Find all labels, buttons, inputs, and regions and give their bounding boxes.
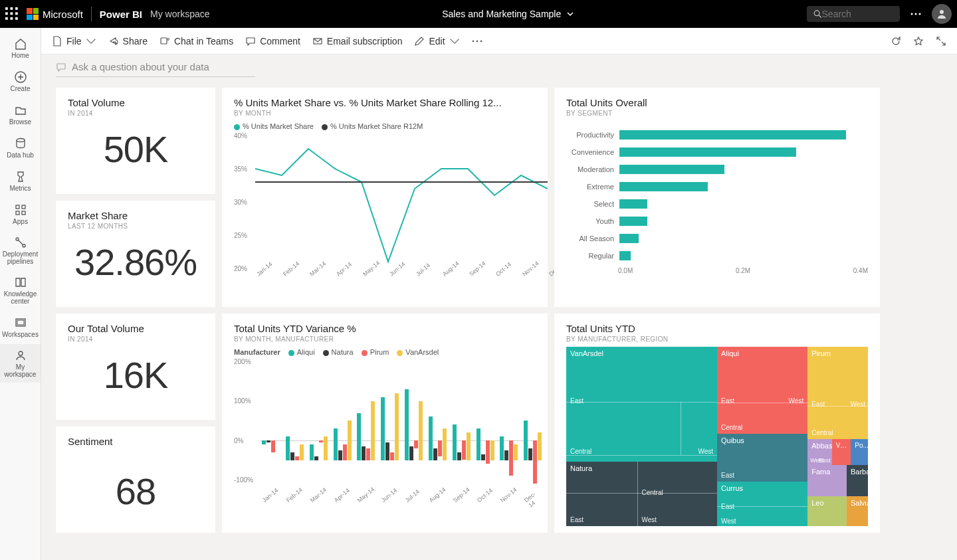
treemap-pomum[interactable]: Po... [851,439,868,465]
svg-point-21 [16,238,19,240]
treemap-natura[interactable]: Natura East Central West [566,462,717,526]
tile-total-volume[interactable]: Total Volume IN 2014 50K [56,88,215,194]
more-options-icon[interactable] [906,5,925,23]
kpi-value: 68 [68,470,203,513]
svg-rect-19 [16,211,19,215]
cmd-share[interactable]: Share [108,36,148,47]
nav-datahub[interactable]: Data hub [0,132,41,163]
svg-rect-3 [5,13,8,15]
qna-placeholder: Ask a question about your data [72,61,209,72]
svg-point-29 [472,40,474,42]
nav-browse[interactable]: Browse [0,98,41,130]
svg-point-16 [17,138,25,141]
cmd-file[interactable]: File [52,36,96,47]
qna-input[interactable]: Ask a question about your data [56,61,255,77]
nav-metrics[interactable]: Metrics [0,165,41,197]
treemap-quibus[interactable]: Quibus East [717,434,807,482]
svg-line-10 [819,15,821,18]
chevron-down-icon [86,36,96,47]
cmd-chat-teams[interactable]: Chat in Teams [160,36,233,47]
treemap-salvus[interactable]: Salvus [847,496,868,526]
nav-create[interactable]: Create [0,65,41,97]
tile-title: % Units Market Share vs. % Units Market … [234,97,536,108]
treemap-vanarsdel[interactable]: VanArsdel East Central West [566,347,717,462]
search-box[interactable] [807,6,900,22]
tile-title: Total Units Overall [566,97,868,108]
treemap-barba[interactable]: Barba [847,465,868,496]
treemap-victoria[interactable]: Vict... [832,439,851,465]
tile-units-by-segment[interactable]: Total Units Overall BY SEGMENT Productiv… [554,88,880,307]
cmd-edit[interactable]: Edit [414,36,459,47]
star-icon [913,36,924,47]
svg-point-9 [814,11,819,16]
line-chart: 20%25%30%35%40%Jan-14Feb-14Mar-14Apr-14M… [234,136,536,288]
treemap-pirum[interactable]: Pirum East West Central [807,347,868,439]
tile-title: Total Units YTD [566,323,868,334]
cmd-more[interactable] [472,36,482,47]
app-launcher-icon[interactable] [5,7,19,21]
svg-point-14 [940,10,944,14]
kpi-value: 16K [68,353,203,397]
tile-ytd-treemap[interactable]: Total Units YTD BY MANUFACTURER, REGION … [554,314,880,533]
cmd-email-subscription[interactable]: Email subscription [312,36,403,47]
nav-my-workspace[interactable]: My workspace [0,344,41,383]
qna-region: Ask a question about your data [41,54,957,80]
cmd-favorite[interactable] [913,36,924,47]
share-icon [108,36,119,47]
ellipsis-icon [472,36,482,47]
dashboard-title-dropdown[interactable]: Sales and Marketing Sample [218,9,799,19]
treemap-chart: VanArsdel East Central West Natura [566,347,868,526]
svg-rect-17 [16,205,19,209]
chart-legend: Manufacturer Aliqui Natura Pirum VanArsd… [234,348,536,356]
tile-subtitle: BY MANUFACTURER, REGION [566,335,868,343]
file-icon [52,36,62,47]
tile-subtitle: IN 2014 [68,335,203,343]
chevron-down-icon [566,10,574,18]
svg-point-11 [911,13,913,15]
cmd-comment[interactable]: Comment [245,36,300,47]
treemap-abbas[interactable]: AbbasWestEast [807,439,832,465]
svg-rect-24 [17,320,24,325]
nav-deployment-pipelines[interactable]: Deployment pipelines [0,231,41,270]
svg-point-13 [919,13,921,15]
kpi-value: 32.86% [68,240,203,284]
tile-market-share[interactable]: Market Share LAST 12 MONTHS 32.86% [56,201,215,307]
svg-rect-5 [15,13,18,15]
tile-title: Total Volume [68,97,203,108]
svg-point-30 [476,40,478,42]
command-bar: File Share Chat in Teams Comment Email s… [41,28,957,54]
dashboard-title: Sales and Marketing Sample [442,9,561,19]
tile-title: Our Total Volume [68,323,203,334]
brand-product[interactable]: Power BI [100,9,142,20]
cmd-fullscreen[interactable] [936,36,946,47]
svg-point-22 [23,244,25,247]
tile-subtitle: BY SEGMENT [566,110,868,117]
search-input[interactable] [822,9,893,19]
person-icon [936,9,947,19]
nav-knowledge-center[interactable]: Knowledge center [0,271,41,310]
treemap-fama[interactable]: Fama [807,465,847,496]
svg-rect-4 [11,13,13,15]
tile-title: Sentiment [68,436,203,447]
nav-home[interactable]: Home [0,32,41,64]
svg-rect-6 [5,17,8,20]
mail-icon [312,36,323,47]
pencil-icon [414,36,425,47]
svg-rect-26 [161,38,167,44]
grouped-bar-chart: -100%0%100%200%Jan-14Feb-14Mar-14Apr-14M… [234,361,536,508]
treemap-aliqui[interactable]: Aliqui East West Central [717,347,807,434]
tile-ytd-variance[interactable]: Total Units YTD Variance % BY MONTH, MAN… [222,314,548,533]
cmd-refresh[interactable] [891,36,901,47]
tile-our-total-volume[interactable]: Our Total Volume IN 2014 16K [56,314,215,420]
treemap-currus[interactable]: Currus East West [717,482,807,526]
avatar[interactable] [932,4,952,24]
treemap-leo[interactable]: Leo [807,496,847,526]
search-icon [813,9,822,19]
nav-workspaces[interactable]: Workspaces [0,311,41,343]
tile-sentiment[interactable]: Sentiment 68 [56,426,215,533]
chart-legend: % Units Market Share % Units Market Shar… [234,122,536,130]
tile-market-share-line[interactable]: % Units Market Share vs. % Units Market … [222,88,548,307]
tile-subtitle: LAST 12 MONTHS [68,223,203,230]
nav-apps[interactable]: Apps [0,198,41,230]
breadcrumb-workspace[interactable]: My workspace [150,9,209,19]
